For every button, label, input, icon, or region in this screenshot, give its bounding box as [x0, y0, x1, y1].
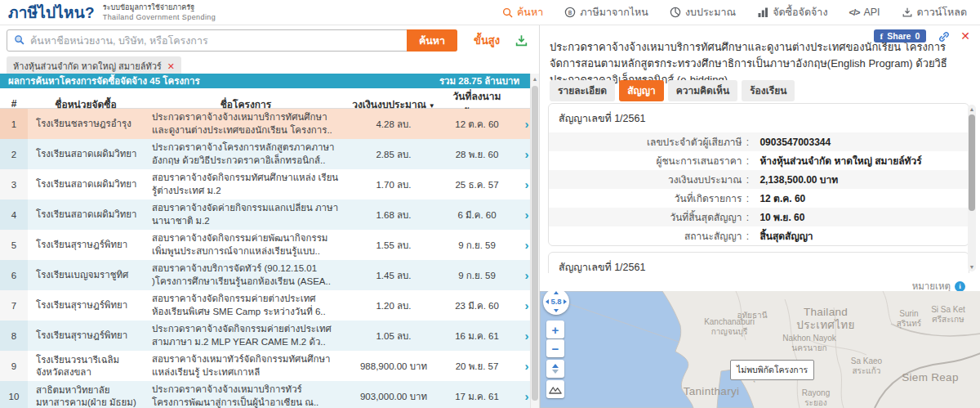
detail-tabs: รายละเอียด สัญญา ความคิดเห็น ร้องเรียน	[550, 80, 795, 101]
pitch-down-icon[interactable]	[552, 370, 559, 374]
contract-scroll-area: สัญญาเลขที่ 1/2561 เลขประจำตัวผู้เสียภาษ…	[548, 103, 969, 273]
pie-chart-icon	[670, 7, 681, 18]
detail-row: ผู้ชนะการเสนอราคา ห้างหุ้นส่วนจำกัด หาดใ…	[549, 151, 969, 170]
top-bar: ภาษีไปไหน? ระบบข้อมูลการใช้จ่ายภาครัฐ Th…	[0, 0, 980, 25]
contract-number: สัญญาเลขที่ 1/2561	[549, 104, 969, 132]
map-label-thailand: Thailand ประเทศไทย	[796, 306, 854, 332]
scrollbar-thumb[interactable]	[969, 114, 975, 211]
table-row[interactable]: 2 โรงเรียนสอาดเผดิมวิทยา ประกวดราคาจ้างโ…	[0, 139, 539, 169]
pitch-up-icon[interactable]	[552, 364, 559, 368]
table-row[interactable]: 1 โรงเรียนชลราษฎรอำรุง ประกวดราคาจ้างจ้า…	[0, 109, 539, 139]
bar-chart-icon	[757, 7, 768, 18]
map-label-surin: Surin สุรินทร์	[897, 309, 921, 329]
close-panel-icon[interactable]: ✕	[960, 30, 970, 42]
app-subtitle-en: Thailand Government Spending	[103, 12, 216, 22]
tab-complaints[interactable]: ร้องเรียน	[742, 80, 795, 101]
mountain-icon	[548, 384, 563, 395]
tab-contract[interactable]: สัญญา	[619, 80, 664, 101]
map-label-kanchanaburi: Kanchanaburi กาญจนบุรี	[704, 317, 755, 337]
nav-item-search[interactable]: ค้นหา	[502, 4, 543, 20]
remove-filter-icon[interactable]: ✕	[167, 61, 175, 72]
copy-link-icon[interactable]	[937, 29, 950, 43]
share-row: f Share 0 ✕	[874, 29, 970, 43]
code-icon: </>	[849, 7, 860, 17]
nav-item-download[interactable]: ดาวน์โหลด	[902, 4, 967, 20]
table-column-header: # ชื่อหน่วยจัดซื้อ ชื่อโครงการ วงเงินงบป…	[0, 88, 539, 109]
facebook-icon: f	[880, 31, 884, 41]
results-total: รวม 28.75 ล้านบาท	[439, 74, 519, 88]
table-row[interactable]: 7 โรงเรียนสุราษฎร์พิทยา สอบราคาจ้างจัดกิ…	[0, 290, 539, 321]
tab-details[interactable]: รายละเอียด	[550, 80, 615, 101]
tab-comments[interactable]: ความคิดเห็น	[668, 80, 737, 101]
nav-item-procurement[interactable]: จัดซื้อจัดจ้าง	[757, 4, 827, 20]
search-results-panel: ค้นหา ขั้นสูง ห้างหุ้นส่วนจำกัด หาดใหญ่ …	[0, 25, 539, 408]
map-zoom-out-button[interactable]: −	[546, 339, 564, 357]
results-header-bar: ผลการค้นหาโครงการจัดซื้อจัดจ้าง 45 โครงก…	[0, 74, 539, 88]
table-row[interactable]: 5 โรงเรียนสุราษฎร์พิทยา สอบราคาจ้างจัดกิ…	[0, 230, 539, 260]
table-row[interactable]: 10 สาธิตมหาวิทยาลัยมหาสารคาม(ฝ่าย มัธยม)…	[0, 381, 539, 408]
contract-rows: เลขประจำตัวผู้เสียภาษี 0903547003344 ผู้…	[549, 132, 969, 245]
map-zoom-in-button[interactable]: +	[546, 321, 564, 339]
project-detail-panel: f Share 0 ✕ ประกวดราคาจ้างจ้างเหมาบริการ…	[539, 25, 980, 408]
map-label-sakaeo: Sa Kaeo สระแก้ว	[851, 356, 882, 376]
pan-down-icon[interactable]	[554, 309, 559, 312]
scroll-down-icon[interactable]: ▼	[968, 264, 976, 270]
table-row[interactable]: 3 โรงเรียนสอาดเผดิมวิทยา สอบราคาจ้างจัดก…	[0, 169, 539, 200]
map-label-sisaket: Si Sa Ket ศรีสะเกษ	[931, 305, 965, 325]
pan-up-icon[interactable]	[554, 291, 559, 294]
advanced-search-button[interactable]: ขั้นสูง	[474, 32, 500, 49]
contract-card: สัญญาเลขที่ 1/2561 เลขประจำตัวผู้เสียภาษ…	[548, 103, 969, 246]
col-num: #	[0, 98, 28, 110]
search-button[interactable]: ค้นหา	[407, 29, 457, 52]
scroll-up-icon[interactable]: ▲	[531, 74, 539, 82]
contract-number: สัญญาเลขที่ 1/2561	[549, 253, 969, 273]
info-icon[interactable]: i	[955, 281, 965, 292]
map-zoom-level: 5.8	[543, 297, 569, 306]
export-download-icon[interactable]	[514, 34, 528, 47]
nav-item-tax-source[interactable]: ฿ ภาษีมาจากไหน	[564, 4, 648, 20]
map-label-nakhonnayok: Nakhon Nayok นครนายก	[782, 334, 836, 353]
map-label-rayong: Rayong ระยอง	[802, 388, 830, 408]
table-row[interactable]: 9 โรงเรียนวรนารีเฉลิม จังหวัดสงขลา สอบรา…	[0, 351, 539, 381]
svg-text:฿: ฿	[568, 9, 572, 16]
detail-row: วันที่สิ้นสุดสัญญา 10 พ.ย. 60	[549, 208, 969, 226]
app-subtitle: ระบบข้อมูลการใช้จ่ายภาครัฐ Thailand Gove…	[103, 2, 216, 22]
contract-card: สัญญาเลขที่ 1/2561 เลขประจำตัวผู้เสียภาษ…	[548, 252, 969, 273]
filter-tag-label: ห้างหุ้นส่วนจำกัด หาดใหญ่ สมายล์ทัวร์	[13, 59, 162, 74]
facebook-share-button[interactable]: f Share 0	[874, 29, 927, 43]
detail-scrollbar[interactable]: ▲ ▼	[968, 105, 976, 271]
detail-row: สถานะสัญญา สิ้นสุดสัญญา	[549, 226, 969, 245]
map-pitch-control[interactable]	[546, 360, 564, 378]
download-icon	[902, 7, 913, 18]
map-tooltip-no-coordinates: ไม่พบพิกัดโครงการ	[730, 360, 814, 380]
map-container[interactable]: อุทัยธานี Thailand ประเทศไทย Kanchanabur…	[540, 291, 980, 408]
nav-item-budget[interactable]: งบประมาณ	[670, 4, 736, 20]
search-box: ค้นหา	[7, 29, 457, 52]
app-logo[interactable]: ภาษีไปไหน?	[8, 0, 95, 25]
map-label-siemreap: Siem Reap	[902, 371, 958, 384]
table-row[interactable]: 6 โรงเรียนเบญจมราชูทิศ สอบราคาจ้างบริการ…	[0, 260, 539, 290]
detail-row: วันที่เกิดรายการ 12 ต.ค. 60	[549, 189, 969, 208]
nav-item-api[interactable]: </> API	[849, 7, 880, 18]
table-scrollbar[interactable]: ▲	[530, 74, 539, 408]
search-icon	[502, 7, 513, 18]
main-nav: ค้นหา ฿ ภาษีมาจากไหน งบประมาณ จัดซื้อจัด…	[502, 4, 967, 20]
search-row: ค้นหา ขั้นสูง	[7, 29, 528, 52]
search-input[interactable]	[30, 35, 457, 47]
coin-icon: ฿	[564, 7, 576, 18]
table-row[interactable]: 4 โรงเรียนสอาดเผดิมวิทยา สอบราคาจ้างจัดค…	[0, 200, 539, 230]
map-label-tanintharyi: Tanintharyi	[684, 385, 740, 398]
search-field-icon	[14, 34, 24, 48]
detail-row: วงเงินงบประมาณ 2,138,500.00 บาท	[549, 170, 969, 189]
map-terrain-button[interactable]	[546, 380, 564, 398]
table-row[interactable]: 8 โรงเรียนสุราษฎร์พิทยา ประกวดราคาจ้างจั…	[0, 321, 539, 351]
results-title: ผลการค้นหาโครงการจัดซื้อจัดจ้าง 45 โครงก…	[8, 74, 200, 88]
scrollbar-thumb[interactable]	[532, 86, 538, 401]
scroll-up-icon[interactable]: ▲	[968, 106, 976, 112]
app-subtitle-th: ระบบข้อมูลการใช้จ่ายภาครัฐ	[103, 2, 216, 12]
detail-row: เลขประจำตัวผู้เสียภาษี 0903547003344	[549, 132, 969, 151]
results-table-body: 1 โรงเรียนชลราษฎรอำรุง ประกวดราคาจ้างจ้า…	[0, 109, 539, 408]
